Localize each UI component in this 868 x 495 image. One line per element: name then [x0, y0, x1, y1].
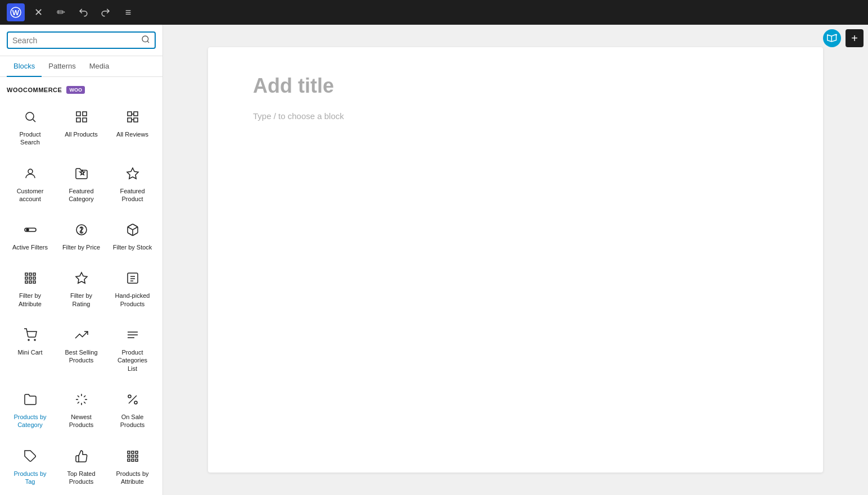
- block-item-hand-picked-products[interactable]: Hand-picked Products: [109, 262, 156, 314]
- svg-point-38: [134, 401, 137, 404]
- svg-rect-46: [128, 459, 130, 461]
- search-box: [7, 31, 156, 49]
- cart-icon: [20, 325, 40, 345]
- block-label: Filter by Price: [62, 243, 100, 251]
- block-item-products-by-category[interactable]: Products by Category: [7, 383, 53, 435]
- block-item-products-by-tag[interactable]: Products by Tag: [7, 440, 53, 492]
- svg-point-2: [142, 36, 148, 42]
- svg-line-36: [129, 396, 137, 403]
- tab-blocks[interactable]: Blocks: [7, 56, 42, 77]
- block-label: Customer account: [10, 187, 51, 203]
- svg-point-32: [34, 339, 35, 340]
- svg-rect-48: [135, 459, 138, 461]
- block-item-all-reviews[interactable]: All Reviews: [109, 101, 156, 153]
- block-list: WOOCOMMERCE WOO Product Search All Produ: [0, 77, 162, 495]
- block-item-newest-products[interactable]: Newest Products: [58, 383, 105, 435]
- grid4-2-icon: [123, 446, 143, 466]
- svg-rect-18: [29, 273, 31, 275]
- undo-button[interactable]: [74, 3, 92, 21]
- block-item-products-by-attribute[interactable]: Products by Attribute: [109, 440, 156, 492]
- avatar-button[interactable]: [823, 29, 841, 47]
- percent-icon: [123, 389, 143, 410]
- main-layout: Blocks Patterns Media WOOCOMMERCE WOO Pr…: [0, 25, 868, 495]
- search-input[interactable]: [12, 36, 138, 45]
- block-item-all-products[interactable]: All Products: [58, 101, 105, 153]
- block-label: On Sale Products: [112, 413, 153, 429]
- block-label: Products by Category: [10, 413, 51, 429]
- tabs: Blocks Patterns Media: [0, 56, 162, 77]
- svg-rect-9: [134, 112, 138, 116]
- svg-rect-11: [134, 118, 138, 122]
- block-grid: Product Search All Products All Reviews: [7, 101, 156, 492]
- redo-button[interactable]: [97, 3, 115, 21]
- svg-rect-27: [128, 273, 138, 283]
- close-button[interactable]: ✕: [29, 3, 47, 21]
- block-item-filter-by-rating[interactable]: Filter by Rating: [58, 262, 105, 314]
- tab-media[interactable]: Media: [83, 56, 116, 77]
- svg-rect-17: [25, 273, 28, 275]
- block-label: Filter by Attribute: [10, 292, 51, 308]
- block-item-on-sale-products[interactable]: On Sale Products: [109, 383, 156, 435]
- svg-rect-20: [25, 277, 28, 279]
- block-item-product-categories-list[interactable]: Product Categories List: [109, 319, 156, 379]
- svg-point-15: [26, 229, 29, 231]
- trending-up-icon: [71, 325, 92, 345]
- block-label: Mini Cart: [17, 348, 42, 356]
- svg-rect-6: [76, 118, 80, 122]
- block-label: Best Selling Products: [61, 348, 102, 365]
- block-item-filter-by-price[interactable]: Filter by Price: [58, 214, 105, 257]
- block-item-featured-product[interactable]: Featured Product: [109, 157, 156, 210]
- tab-patterns[interactable]: Patterns: [42, 56, 82, 77]
- block-label: Newest Products: [61, 413, 102, 429]
- svg-rect-23: [25, 281, 28, 283]
- svg-rect-4: [76, 112, 80, 116]
- toolbar: W ✕ ✏ ≡: [0, 0, 868, 25]
- block-label: Filter by Rating: [61, 292, 102, 308]
- block-item-filter-by-attribute[interactable]: Filter by Attribute: [7, 262, 53, 314]
- svg-rect-40: [128, 451, 130, 453]
- search-icon: [20, 107, 40, 127]
- svg-rect-24: [29, 281, 31, 283]
- svg-rect-5: [83, 112, 87, 116]
- person-icon: [20, 164, 40, 184]
- box-icon: [123, 220, 143, 240]
- svg-rect-19: [33, 273, 35, 275]
- star-icon: [123, 164, 143, 184]
- star-outline-icon: [71, 268, 92, 288]
- block-item-customer-account[interactable]: Customer account: [7, 157, 53, 210]
- menu-button[interactable]: ≡: [119, 3, 137, 21]
- editor-block-placeholder[interactable]: Type / to choose a block: [253, 111, 778, 121]
- block-item-filter-by-stock[interactable]: Filter by Stock: [109, 214, 156, 257]
- svg-rect-44: [132, 455, 134, 457]
- grid-icon: [71, 107, 92, 127]
- block-label: Product Categories List: [112, 348, 153, 373]
- block-item-best-selling-products[interactable]: Best Selling Products: [58, 319, 105, 379]
- svg-rect-25: [33, 281, 35, 283]
- svg-rect-7: [83, 118, 87, 122]
- svg-rect-22: [33, 277, 35, 279]
- editor-area: + Add title Type / to choose a block: [163, 25, 868, 495]
- grid4-icon: [20, 268, 40, 288]
- editor-title-placeholder[interactable]: Add title: [253, 74, 778, 98]
- block-item-featured-category[interactable]: Featured Category: [58, 157, 105, 210]
- block-label: Top Rated Products: [61, 470, 102, 486]
- sidebar: Blocks Patterns Media WOOCOMMERCE WOO Pr…: [0, 25, 163, 495]
- svg-point-12: [28, 169, 33, 174]
- editor-canvas[interactable]: Add title Type / to choose a block: [208, 47, 823, 473]
- block-label: All Products: [65, 130, 98, 138]
- edit-button[interactable]: ✏: [52, 3, 70, 21]
- svg-marker-26: [76, 273, 87, 283]
- grid-share-icon: [123, 107, 143, 127]
- svg-text:W: W: [12, 8, 20, 17]
- woocommerce-section-header: WOOCOMMERCE WOO: [7, 86, 156, 94]
- add-block-button[interactable]: +: [846, 29, 864, 47]
- svg-point-37: [128, 395, 131, 398]
- block-item-active-filters[interactable]: Active Filters: [7, 214, 53, 257]
- thumbs-up-icon: [71, 446, 92, 466]
- search-icon: [141, 35, 150, 46]
- block-item-top-rated-products[interactable]: Top Rated Products: [58, 440, 105, 492]
- svg-rect-47: [132, 459, 134, 461]
- wp-logo[interactable]: W: [7, 3, 25, 21]
- block-item-mini-cart[interactable]: Mini Cart: [7, 319, 53, 379]
- block-item-product-search[interactable]: Product Search: [7, 101, 53, 153]
